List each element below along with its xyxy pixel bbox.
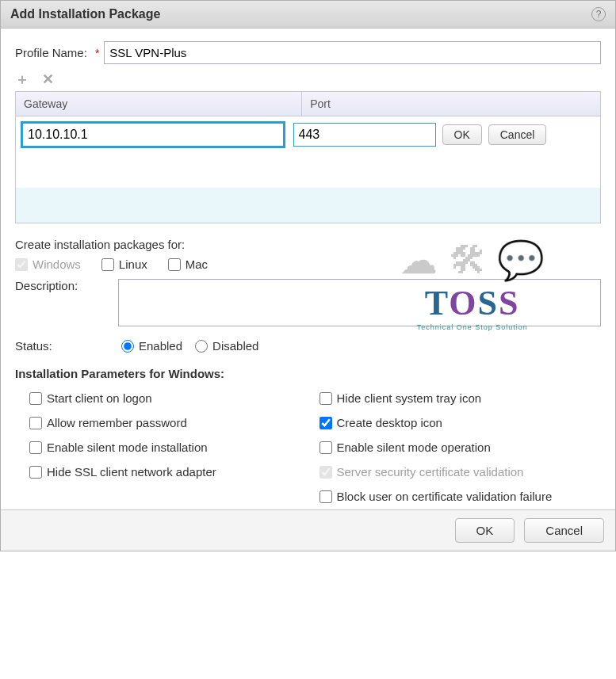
description-textarea[interactable] (118, 279, 601, 326)
params-spacer (29, 490, 312, 503)
start-on-logon-label: Start client on logon (47, 391, 152, 405)
hide-adapter-checkbox[interactable] (29, 466, 42, 479)
linux-label: Linux (119, 257, 147, 271)
status-enabled-radio[interactable] (121, 340, 134, 353)
silent-install-label: Enable silent mode installation (47, 441, 208, 454)
params-heading: Installation Parameters for Windows: (15, 367, 601, 380)
start-on-logon-wrap[interactable]: Start client on logon (29, 391, 312, 405)
profile-name-input[interactable] (104, 41, 601, 64)
add-icon[interactable]: ＋ (15, 72, 29, 86)
mac-checkbox-wrap[interactable]: Mac (168, 257, 208, 271)
os-row: Windows Linux Mac (15, 257, 601, 271)
dialog-footer: OK Cancel (1, 509, 615, 551)
server-cert-label: Server security certificate validation (337, 465, 524, 479)
block-on-cert-fail-label: Block user on certificate validation fai… (337, 490, 553, 503)
windows-label: Windows (33, 257, 81, 271)
grid-empty-row-alt (16, 188, 600, 223)
status-disabled-radio[interactable] (195, 340, 208, 353)
linux-checkbox-wrap[interactable]: Linux (101, 257, 147, 271)
silent-install-wrap[interactable]: Enable silent mode installation (29, 441, 312, 454)
silent-install-checkbox[interactable] (29, 441, 42, 454)
silent-operation-wrap[interactable]: Enable silent mode operation (319, 441, 602, 454)
packages-label: Create installation packages for: (15, 238, 601, 251)
column-gateway[interactable]: Gateway (16, 92, 302, 116)
hide-adapter-label: Hide SSL client network adapter (47, 465, 216, 479)
port-input[interactable] (293, 123, 436, 147)
description-row: Description: (15, 279, 601, 326)
remember-password-wrap[interactable]: Allow remember password (29, 416, 312, 429)
profile-name-row: Profile Name: * (15, 41, 601, 64)
remember-password-label: Allow remember password (47, 416, 187, 429)
status-enabled-label: Enabled (139, 339, 182, 353)
mac-checkbox[interactable] (168, 258, 181, 271)
hide-tray-wrap[interactable]: Hide client system tray icon (319, 391, 602, 405)
grid-cancel-button[interactable]: Cancel (488, 124, 547, 145)
grid-ok-button[interactable]: OK (442, 124, 482, 145)
hide-adapter-wrap[interactable]: Hide SSL client network adapter (29, 465, 312, 479)
create-desktop-icon-checkbox[interactable] (319, 417, 332, 429)
gateway-grid: Gateway Port OK Cancel (15, 91, 601, 223)
column-port[interactable]: Port (302, 92, 600, 116)
create-desktop-icon-label: Create desktop icon (337, 416, 442, 429)
grid-header: Gateway Port (16, 92, 600, 116)
silent-operation-checkbox[interactable] (319, 441, 332, 454)
status-disabled-label: Disabled (212, 339, 258, 353)
grid-toolbar: ＋ ✕ (15, 72, 601, 86)
grid-edit-row: OK Cancel (16, 116, 600, 153)
remember-password-checkbox[interactable] (29, 417, 42, 429)
delete-icon[interactable]: ✕ (40, 72, 55, 86)
status-enabled-wrap[interactable]: Enabled (121, 339, 182, 353)
grid-empty-row (16, 153, 600, 188)
status-label: Status: (15, 339, 102, 353)
profile-name-label: Profile Name: (15, 46, 87, 59)
cancel-button[interactable]: Cancel (524, 518, 604, 543)
create-desktop-icon-wrap[interactable]: Create desktop icon (319, 416, 602, 429)
status-row: Status: Enabled Disabled (15, 339, 601, 353)
hide-tray-checkbox[interactable] (319, 392, 332, 405)
mac-label: Mac (186, 257, 208, 271)
dialog-title: Add Installation Package (10, 7, 160, 21)
gateway-input[interactable] (21, 121, 285, 148)
block-on-cert-fail-checkbox[interactable] (319, 490, 332, 503)
start-on-logon-checkbox[interactable] (29, 392, 42, 405)
windows-checkbox (15, 258, 28, 271)
ok-button[interactable]: OK (455, 518, 515, 543)
required-asterisk: * (95, 47, 99, 59)
server-cert-checkbox (319, 466, 332, 479)
hide-tray-label: Hide client system tray icon (337, 391, 482, 405)
server-cert-wrap: Server security certificate validation (319, 465, 602, 479)
dialog: Add Installation Package ? Profile Name:… (0, 0, 616, 551)
silent-operation-label: Enable silent mode operation (337, 441, 491, 454)
titlebar: Add Installation Package ? (1, 1, 615, 29)
windows-checkbox-wrap: Windows (15, 257, 81, 271)
description-label: Description: (15, 279, 102, 292)
block-on-cert-fail-wrap[interactable]: Block user on certificate validation fai… (319, 490, 602, 503)
status-disabled-wrap[interactable]: Disabled (195, 339, 258, 353)
linux-checkbox[interactable] (101, 258, 114, 271)
params-grid: Start client on logon Hide client system… (15, 391, 601, 503)
help-icon[interactable]: ? (591, 7, 606, 21)
